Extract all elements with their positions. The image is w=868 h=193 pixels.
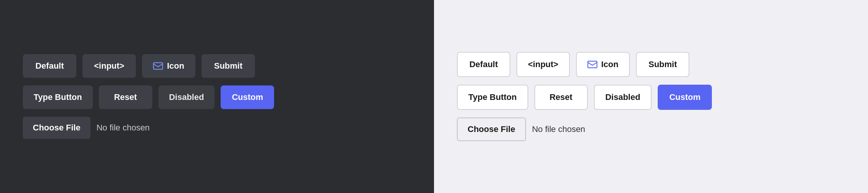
light-file-row: Choose File No file chosen xyxy=(457,117,585,141)
light-panel: Default <input> Icon Submit Type Button … xyxy=(434,0,868,193)
dark-panel: Default <input> Icon Submit Type Button … xyxy=(0,0,434,193)
dark-custom-button[interactable]: Custom xyxy=(221,85,274,109)
light-custom-button[interactable]: Custom xyxy=(658,85,712,110)
light-icon-button-label: Icon xyxy=(601,60,618,69)
light-icon-button[interactable]: Icon xyxy=(576,52,630,77)
light-default-button[interactable]: Default xyxy=(457,52,510,77)
dark-no-file-label: No file chosen xyxy=(97,123,150,133)
light-input-button[interactable]: <input> xyxy=(516,52,570,77)
mail-icon-light xyxy=(587,61,597,68)
dark-default-button[interactable]: Default xyxy=(23,54,76,78)
dark-reset-button[interactable]: Reset xyxy=(99,85,152,109)
dark-icon-button-label: Icon xyxy=(167,61,184,71)
dark-icon-button[interactable]: Icon xyxy=(142,54,195,78)
light-type-button[interactable]: Type Button xyxy=(457,85,528,110)
dark-row-1: Default <input> Icon Submit xyxy=(23,54,255,78)
svg-rect-0 xyxy=(153,63,163,69)
dark-file-row: Choose File No file chosen xyxy=(23,117,150,139)
dark-disabled-button: Disabled xyxy=(158,85,215,109)
svg-rect-1 xyxy=(588,61,597,68)
light-disabled-button: Disabled xyxy=(594,85,652,110)
light-row-1: Default <input> Icon Submit xyxy=(457,52,689,77)
light-row-2: Type Button Reset Disabled Custom xyxy=(457,85,712,110)
light-choose-file-button[interactable]: Choose File xyxy=(457,117,526,141)
dark-row-2: Type Button Reset Disabled Custom xyxy=(23,85,274,109)
light-no-file-label: No file chosen xyxy=(532,124,585,134)
mail-icon xyxy=(153,62,163,70)
light-submit-button[interactable]: Submit xyxy=(636,52,689,77)
dark-type-button[interactable]: Type Button xyxy=(23,85,93,109)
dark-input-button[interactable]: <input> xyxy=(82,54,136,78)
dark-choose-file-button[interactable]: Choose File xyxy=(23,117,90,139)
light-reset-button[interactable]: Reset xyxy=(534,85,588,110)
dark-submit-button[interactable]: Submit xyxy=(202,54,255,78)
